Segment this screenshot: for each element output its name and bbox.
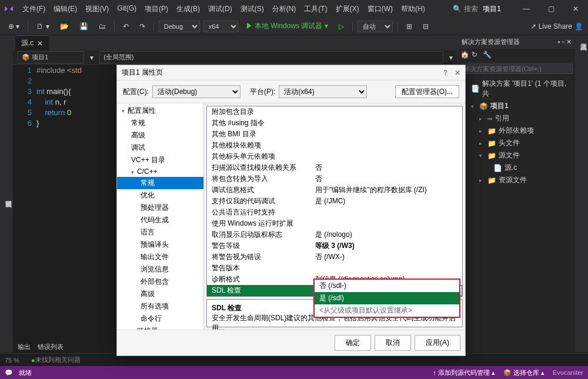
menu-edit[interactable]: 编辑(E) [50,2,81,16]
tree-cpp-optimize[interactable]: 优化 [117,189,203,202]
config-manager-button[interactable]: 配置管理器(O)... [395,85,459,98]
wrench-icon[interactable]: 🔧 [483,51,492,60]
tree-general[interactable]: 常规 [117,117,203,129]
dialog-close-icon[interactable]: ✕ [455,69,460,77]
property-row[interactable]: 使用 Windows 运行时扩展 [207,218,462,229]
menu-view[interactable]: 视图(V) [82,2,112,16]
tree-advanced[interactable]: 高级 [117,129,203,142]
left-tool-tab[interactable]: 测试资源管理器 [0,35,13,353]
property-row[interactable]: 附加包含目录 [207,106,462,118]
menu-file[interactable]: 文件(F) [19,2,49,16]
property-value[interactable]: 是 (/nologo) [313,230,462,240]
output-tab[interactable]: 输出 [18,343,31,352]
tree-cpp-preprocessor[interactable]: 预处理器 [117,202,203,214]
tool-btn-1[interactable]: ⊞ [403,21,416,32]
property-value[interactable]: 用于"编辑并继续"的程序数据库 (/ZI) [313,185,462,195]
tree-debug[interactable]: 调试 [117,142,203,154]
property-value[interactable]: 否 [313,174,462,184]
solution-search-input[interactable] [460,63,573,74]
close-button[interactable]: ✕ [567,5,584,13]
resources-node[interactable]: ▸📁 资源文件 [460,174,573,186]
tab-source[interactable]: 源.c ✕ [15,35,49,51]
minimize-button[interactable]: — [517,5,535,13]
breadcrumb-project[interactable]: 📦 项目1 [18,51,84,63]
undo-button[interactable]: ↶ [119,21,132,32]
home-icon[interactable]: 🏠 [460,51,470,60]
dialog-help-icon[interactable]: ? [443,69,447,77]
sources-node[interactable]: ▾📁 源文件 [460,149,573,162]
feedback-icon[interactable]: 💬 [5,369,13,377]
tree-cpp-browse[interactable]: 浏览信息 [117,263,203,276]
property-row[interactable]: 支持仅我的代码调试是 (/JMC) [207,196,462,207]
tree-linker[interactable]: ▸链接器 [117,325,203,330]
property-row[interactable]: 公共语言运行时支持 [207,207,462,218]
account-icon[interactable]: 👤 [574,22,583,31]
dropdown-opt-inherit[interactable]: <从父级或项目默认设置继承> [315,304,459,317]
property-value[interactable]: 等级 3 (/W3) [313,241,462,251]
property-row[interactable]: 其他 #using 指令 [207,118,462,129]
external-deps-node[interactable]: ▸📁 外部依赖项 [460,125,573,137]
breadcrumb-dropdown-icon[interactable]: ▾ [449,53,453,62]
property-row[interactable]: 警告版本 [207,263,462,274]
tree-cpp-cmdline[interactable]: 命令行 [117,313,203,325]
config-dropdown[interactable]: 活动(Debug) [152,85,240,98]
menu-git[interactable]: Git(G) [113,2,140,16]
property-value[interactable]: 否 (/WX-) [313,252,462,262]
tree-cpp-advanced[interactable]: 高级 [117,288,203,300]
property-row[interactable]: 调试信息格式用于"编辑并继续"的程序数据库 (/ZI) [207,185,462,196]
new-button[interactable]: 🗋 ▾ [33,21,52,32]
menu-analyze[interactable]: 分析(N) [269,2,300,16]
menu-test[interactable]: 测试(S) [237,2,268,16]
zoom-label[interactable]: 75 % [5,357,19,364]
solution-node[interactable]: ▸📑 解决方案 '项目1' (1 个项目, 共 [460,78,573,100]
tree-cpp-output[interactable]: 输出文件 [117,251,203,263]
platform-select[interactable]: x64 [203,21,239,32]
cancel-button[interactable]: 取消 [375,335,411,351]
menu-extensions[interactable]: 扩展(X) [332,2,363,16]
property-row[interactable]: 警告等级等级 3 (/W3) [207,240,462,251]
save-button[interactable]: 💾 [76,21,92,32]
property-row[interactable]: 取消显示启动版权标志是 (/nologo) [207,229,462,240]
property-value[interactable]: 否 [313,163,462,173]
tool-btn-2[interactable]: ⊟ [419,21,432,32]
property-row[interactable]: 其他标头单元依赖项 [207,151,462,162]
ok-button[interactable]: 确定 [335,335,371,351]
tab-close-icon[interactable]: ✕ [37,39,43,48]
headers-node[interactable]: ▸📁 头文件 [460,137,573,149]
tree-cpp-codegen[interactable]: 代码生成 [117,214,203,226]
menu-help[interactable]: 帮助(H) [397,2,429,16]
dropdown-opt-yes[interactable]: 是 (/sdl) [315,292,459,304]
add-source-control[interactable]: ↑ 添加到源代码管理 ▴ [433,368,495,377]
auto-select[interactable]: 自动 [358,21,393,32]
property-row[interactable]: 其他 BMI 目录 [207,129,462,140]
breadcrumb-scope[interactable]: (全局范围) [99,51,443,63]
start-debug-button[interactable]: ▶ 本地 Windows 调试器 ▾ [242,20,332,32]
tree-cpp-external[interactable]: 外部包含 [117,276,203,288]
menu-window[interactable]: 窗口(W) [364,2,396,16]
live-share-button[interactable]: ↗ Live Share [530,22,572,31]
tree-cpp-all[interactable]: 所有选项 [117,300,203,313]
select-repo[interactable]: 📦 选择仓库 ▴ [503,368,544,377]
right-tool-tab[interactable]: 测试工具箱 [575,35,588,353]
tree-cpp-pch[interactable]: 预编译头 [117,239,203,251]
open-button[interactable]: 📂 [56,21,72,32]
dropdown-opt-no[interactable]: 否 (/sdl-) [315,280,459,292]
tree-config-props[interactable]: ▾配置属性 [117,105,203,117]
property-row[interactable]: 将警告视为错误否 (/WX-) [207,251,462,263]
platform-dropdown[interactable]: 活动(x64) [279,85,367,98]
tree-cpp[interactable]: ▾C/C++ [117,166,203,177]
source-file-node[interactable]: 📄 源.c [460,162,573,174]
property-row[interactable]: 其他模块依赖项 [207,140,462,151]
property-value[interactable]: 是 (/JMC) [313,196,462,206]
menu-build[interactable]: 生成(B) [173,2,203,16]
menu-tools[interactable]: 工具(T) [300,2,330,16]
start-nodebug-button[interactable]: ▷ [335,21,348,32]
apply-button[interactable]: 应用(A) [415,335,460,351]
menu-debug[interactable]: 调试(D) [205,2,236,16]
tree-cpp-general[interactable]: 常规 [117,177,203,189]
tree-vcdirs[interactable]: VC++ 目录 [117,154,203,166]
config-select[interactable]: Debug [159,21,200,32]
references-node[interactable]: ▸▫▫ 引用 [460,112,573,125]
maximize-button[interactable]: ▢ [542,5,560,13]
project-node[interactable]: ▾📦 项目1 [460,100,573,112]
